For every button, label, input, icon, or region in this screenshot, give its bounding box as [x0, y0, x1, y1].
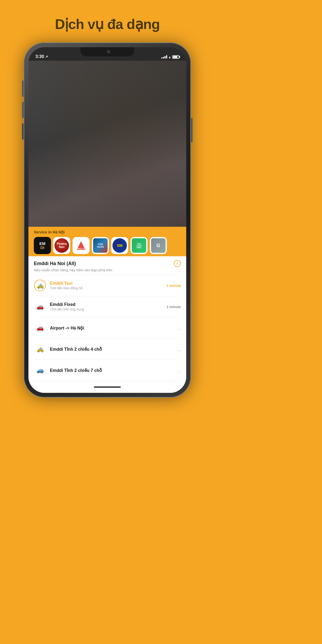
svg-text:THĂNG LONG: THĂNG LONG: [76, 247, 86, 250]
service-name-emddi-fixed: Emddi Fixed: [50, 302, 163, 307]
service-info-emddi-fixed: Emddi Fixed Tính tiền trên ứng dụng: [50, 302, 163, 311]
service-label: Service in Hà Nội: [34, 230, 181, 234]
service-desc-emddi-taxi: Tính tiền theo đồng hồ: [50, 286, 163, 290]
service-time-emddi-fixed: 1 minute: [167, 305, 181, 309]
services-title-row: Emddi Ha Noi (All) i: [34, 256, 181, 268]
battery-fill: [173, 56, 177, 58]
wifi-icon: ▴: [169, 55, 171, 59]
service-logos: EM DI PhươngNam THĂNG LONG: [34, 237, 181, 254]
phone-screen: 3:30 ↗ ▴ Service in Hà Nội: [28, 47, 186, 393]
home-bar: [94, 386, 121, 388]
logo-fn[interactable]: PhươngNam: [53, 237, 70, 254]
service-dots-airport: ...: [177, 325, 181, 331]
service-icon-airport: 🚗: [34, 322, 46, 334]
logo-sm[interactable]: SM: [111, 237, 128, 254]
service-dots-tinh7cho: ...: [177, 367, 181, 374]
service-name-airport: Airport -> Hà Nội: [50, 325, 173, 331]
service-icon-tinh7cho: 🚙: [34, 364, 46, 376]
location-icon: ↗: [45, 55, 48, 59]
service-desc-emddi-fixed: Tính tiền trên ứng dụng: [50, 308, 163, 311]
logo-more[interactable]: G: [150, 237, 167, 254]
phone-frame: 3:30 ↗ ▴ Service in Hà Nội: [24, 43, 191, 397]
service-row-airport[interactable]: 🚗 Airport -> Hà Nội ...: [34, 317, 181, 339]
battery-icon: [172, 55, 179, 59]
service-icon-emddi-taxi: 🚕: [34, 279, 46, 292]
map-overlay: [28, 61, 186, 227]
service-time-emddi-taxi: 1 minute: [167, 284, 181, 288]
service-dots-tinh4cho: ...: [177, 346, 181, 352]
service-icon-emddi-fixed: 🚗: [34, 301, 46, 313]
logo-taxilongbien[interactable]: TAXILONGBIÊN: [130, 237, 148, 254]
service-info-emddi-taxi: Emddi Taxi Tính tiền theo đồng hồ: [50, 281, 163, 290]
logo-emddi[interactable]: EM DI: [34, 237, 51, 254]
services-list: Emddi Ha Noi (All) i Nếu muốn chọn hãng,…: [28, 256, 186, 381]
status-icons: ▴: [161, 55, 179, 59]
service-row-emddi-fixed[interactable]: 🚗 Emddi Fixed Tính tiền trên ứng dụng 1 …: [34, 296, 181, 317]
notch-camera: [107, 50, 110, 53]
logo-thanglong[interactable]: THĂNG LONG: [72, 237, 90, 254]
status-time: 3:30 ↗: [35, 54, 48, 59]
service-header: Service in Hà Nội EM DI PhươngNam T: [28, 227, 186, 256]
info-button[interactable]: i: [174, 260, 181, 267]
service-info-airport: Airport -> Hà Nội: [50, 325, 173, 331]
service-row-tinh7cho[interactable]: 🚙 Emddi Tỉnh 2 chiều 7 chỗ ...: [34, 360, 181, 381]
service-name-emddi-taxi: Emddi Taxi: [50, 281, 163, 286]
service-icon-tinh4cho: 🚕: [34, 343, 46, 355]
service-name-tinh7cho: Emddi Tỉnh 2 chiều 7 chỗ: [50, 368, 173, 373]
page-title: Dịch vụ đa dạng: [55, 16, 160, 32]
map-area: [28, 61, 186, 227]
notch: [80, 47, 134, 56]
service-info-tinh4cho: Emddi Tỉnh 2 chiều 4 chỗ: [50, 347, 173, 352]
service-name-tinh4cho: Emddi Tỉnh 2 chiều 4 chỗ: [50, 347, 173, 352]
logo-vanxuan[interactable]: VÂNXUÂN: [92, 237, 109, 254]
services-subtitle: Nếu muốn chọn hãng, hãy bấm vào logo phí…: [34, 268, 181, 275]
service-info-tinh7cho: Emddi Tỉnh 2 chiều 7 chỗ: [50, 368, 173, 373]
home-indicator: [28, 381, 186, 393]
service-row-emddi-taxi[interactable]: 🚕 Emddi Taxi Tính tiền theo đồng hồ 1 mi…: [34, 275, 181, 296]
signal-icon: [161, 55, 167, 58]
service-row-tinh4cho[interactable]: 🚕 Emddi Tỉnh 2 chiều 4 chỗ ...: [34, 339, 181, 360]
services-panel: Emddi Ha Noi (All) i Nếu muốn chọn hãng,…: [28, 256, 186, 393]
services-title: Emddi Ha Noi (All): [34, 261, 76, 266]
